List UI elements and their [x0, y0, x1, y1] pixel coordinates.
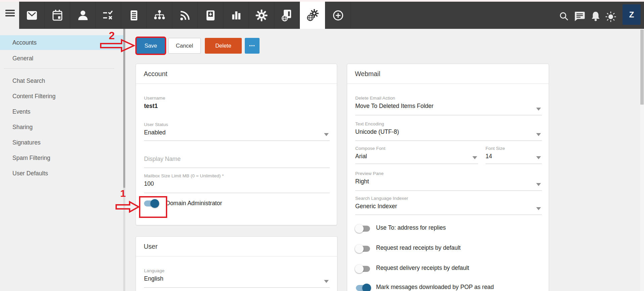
delete-button[interactable]: Delete: [205, 38, 242, 54]
domain-admin-label: Domain Administrator: [166, 200, 222, 207]
mark-pop-read-toggle[interactable]: [355, 284, 371, 291]
text-encoding-label: Text Encoding: [355, 121, 542, 126]
brightness-button[interactable]: [605, 11, 616, 22]
window-scrollbar-thumb[interactable]: [640, 30, 644, 105]
tab-mail[interactable]: [19, 2, 45, 29]
preview-pane-value: Right: [355, 178, 542, 185]
sidebar-item-sharing[interactable]: Sharing: [0, 120, 123, 134]
new-item-icon: [332, 9, 344, 22]
toggle-row: Use To: address for replies: [347, 224, 534, 234]
menu-button[interactable]: [5, 10, 15, 18]
feeds-icon: [179, 9, 191, 22]
sidebar-item-spam-filtering[interactable]: Spam Filtering: [0, 151, 123, 165]
search-language-indexer-value: Generic Indexer: [355, 203, 542, 210]
tab-organization[interactable]: [147, 2, 172, 29]
settings-sidebar: Accounts General Chat Search Content Fil…: [0, 29, 123, 291]
toggle-label: Mark messages downloaded by POP as read: [376, 284, 494, 291]
brightness-icon: [605, 11, 617, 23]
card-divider: [136, 256, 337, 256]
username-label: Username: [144, 96, 330, 101]
sidebar-item-content-filtering[interactable]: Content Filtering: [0, 89, 123, 104]
sidebar-scrollbar[interactable]: [123, 29, 125, 291]
annotation-arrow-toggle: [116, 201, 140, 213]
toggle-label: Use To: address for replies: [376, 224, 446, 231]
webmail-card-title: Webmail: [355, 64, 380, 83]
preview-pane-select[interactable]: Preview Pane Right: [355, 171, 542, 191]
toolbar-tabs: [19, 2, 644, 29]
tab-tasks[interactable]: [96, 2, 121, 29]
mail-icon: [26, 9, 38, 22]
annotation-box-toggle: [139, 196, 167, 218]
tab-domain-reports[interactable]: [274, 2, 300, 29]
chevron-down-icon: [536, 108, 541, 111]
sidebar-item-chat-search[interactable]: Chat Search: [0, 73, 123, 88]
organization-icon: [153, 9, 166, 22]
window-scrollbar[interactable]: [640, 29, 644, 291]
username-field: Username test1: [144, 96, 330, 110]
cancel-button[interactable]: Cancel: [168, 38, 201, 54]
tab-notes[interactable]: [121, 2, 147, 29]
card-divider: [347, 83, 549, 84]
card-divider: [136, 83, 337, 84]
toggle-label: Request delivery receipts by default: [376, 265, 469, 272]
compose-font-value: Arial: [355, 153, 478, 160]
sidebar-item-general[interactable]: General: [0, 51, 123, 66]
display-name-placeholder: Display Name: [144, 156, 330, 163]
text-encoding-select[interactable]: Text Encoding Unicode (UTF-8): [355, 121, 542, 141]
text-encoding-value: Unicode (UTF-8): [355, 128, 542, 135]
chevron-down-icon: [536, 133, 541, 136]
save-button[interactable]: Save: [137, 38, 165, 54]
mailbox-size-label: Mailbox Size Limit MB (0 = Unlimited) *: [144, 173, 330, 178]
toggle-row: Mark messages downloaded by POP as read: [347, 283, 534, 291]
sidebar-item-events[interactable]: Events: [0, 104, 123, 119]
use-to-address-toggle[interactable]: [355, 224, 371, 233]
font-size-select[interactable]: Font Size 14: [486, 146, 542, 164]
chat-icon: [573, 11, 586, 22]
tab-contacts[interactable]: [70, 2, 96, 29]
notifications-button[interactable]: [590, 11, 601, 22]
user-card: User Language English: [136, 236, 337, 291]
tab-reports[interactable]: [223, 2, 249, 29]
delete-email-action-value: Move To Deleted Items Folder: [355, 103, 542, 110]
display-name-input[interactable]: Display Name: [144, 152, 330, 168]
tab-calendar[interactable]: [45, 2, 70, 29]
language-select[interactable]: Language English: [144, 268, 330, 288]
tab-domain-settings[interactable]: [300, 2, 325, 29]
sidebar-item-signatures[interactable]: Signatures: [0, 135, 123, 150]
chevron-down-icon: [324, 133, 329, 136]
domain-settings-icon: [306, 9, 319, 22]
more-actions-button[interactable]: •••: [245, 38, 260, 54]
search-icon: [558, 11, 570, 22]
search-language-indexer-select[interactable]: Search Language Indexer Generic Indexer: [355, 196, 542, 215]
username-value: test1: [144, 103, 330, 110]
file-storage-icon: [204, 9, 217, 22]
delete-email-action-select[interactable]: Delete Email Action Move To Deleted Item…: [355, 96, 542, 115]
sidebar-scrollbar-thumb[interactable]: [123, 29, 125, 188]
tab-new-item[interactable]: [325, 2, 351, 29]
search-button[interactable]: [558, 11, 570, 22]
chat-button[interactable]: [573, 11, 585, 22]
delivery-receipts-toggle[interactable]: [355, 265, 371, 273]
chevron-down-icon: [472, 156, 477, 159]
compose-font-select[interactable]: Compose Font Arial: [355, 146, 478, 164]
tab-settings[interactable]: [249, 2, 274, 29]
reports-icon: [230, 9, 242, 22]
calendar-icon: [51, 9, 64, 22]
webmail-card: Webmail Delete Email Action Move To Dele…: [347, 64, 549, 291]
domain-reports-icon: [280, 9, 294, 22]
read-receipts-toggle[interactable]: [355, 244, 371, 253]
mailbox-size-input[interactable]: Mailbox Size Limit MB (0 = Unlimited) * …: [144, 173, 330, 193]
toggle-row: Request delivery receipts by default: [347, 264, 534, 274]
user-avatar[interactable]: Z: [623, 4, 641, 25]
chevron-down-icon: [536, 156, 541, 159]
sidebar-item-user-defaults[interactable]: User Defaults: [0, 166, 123, 181]
toggle-label: Request read receipts by default: [376, 244, 461, 251]
chevron-down-icon: [324, 280, 329, 283]
search-language-indexer-label: Search Language Indexer: [355, 196, 542, 201]
user-status-select[interactable]: User Status Enabled: [144, 122, 330, 141]
tab-feeds[interactable]: [172, 2, 198, 29]
annotation-arrow-save: [100, 39, 135, 52]
notes-icon: [128, 9, 140, 22]
tab-file-storage[interactable]: [198, 2, 223, 29]
settings-icon: [255, 9, 268, 22]
